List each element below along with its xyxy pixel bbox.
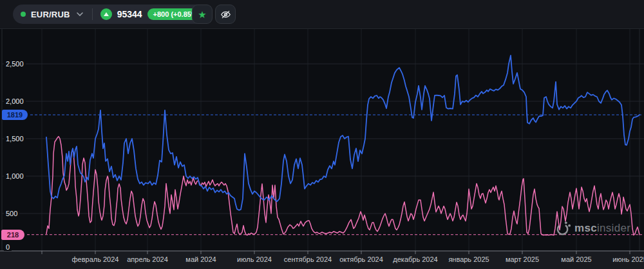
y-tick-label: 2,500 — [4, 60, 26, 68]
x-tick-label: апрель 2024 — [127, 255, 168, 263]
x-tick-label: май 2025 — [561, 255, 591, 263]
y-tick-label: 0 — [4, 243, 12, 251]
x-tick-label: февраль 2024 — [72, 255, 119, 263]
symbol-label: EUR/RUB — [31, 10, 70, 19]
hide-button[interactable] — [215, 5, 236, 24]
watermark: mscinsider — [555, 220, 630, 236]
y-tick-label: 1,000 — [4, 172, 26, 180]
x-tick-label: сентябрь 2024 — [284, 255, 332, 263]
x-tick-label: июнь 2025 — [612, 255, 644, 263]
y-tick-label: 1,500 — [4, 135, 26, 143]
x-tick-label: март 2025 — [506, 255, 539, 263]
chevron-down-icon[interactable] — [77, 12, 83, 16]
favorite-button[interactable]: ★ — [192, 5, 213, 24]
x-tick-label: июль 2024 — [237, 255, 272, 263]
price-chart[interactable]: 2,5002,0001,5001,0005000 февраль 2024апр… — [0, 0, 644, 269]
price-tag: 1819 — [2, 110, 28, 120]
watermark-bold: msc — [574, 222, 597, 234]
y-tick-label: 500 — [4, 210, 19, 217]
price-tag: 218 — [1, 230, 24, 240]
y-tick-label: 2,000 — [4, 97, 26, 105]
x-tick-label: декабрь 2024 — [393, 255, 437, 263]
chart-canvas[interactable] — [0, 0, 644, 269]
x-tick-label: май 2024 — [185, 255, 216, 263]
x-tick-label: январь 2025 — [448, 255, 489, 263]
symbol-price-group[interactable]: EUR/RUB 95344 +800 (+0.85%) — [13, 5, 212, 24]
last-price: 95344 — [117, 9, 142, 19]
toolbar: EUR/RUB 95344 +800 (+0.85%) ★ — [0, 0, 644, 29]
divider — [92, 8, 93, 20]
watermark-light: insider — [597, 222, 630, 234]
price-up-icon — [100, 8, 112, 20]
x-tick-label: октябрь 2024 — [339, 255, 383, 263]
eye-off-icon — [220, 8, 232, 21]
mscinsider-logo-icon — [555, 220, 571, 236]
instrument-status-dot — [21, 12, 26, 17]
star-icon: ★ — [198, 10, 206, 19]
